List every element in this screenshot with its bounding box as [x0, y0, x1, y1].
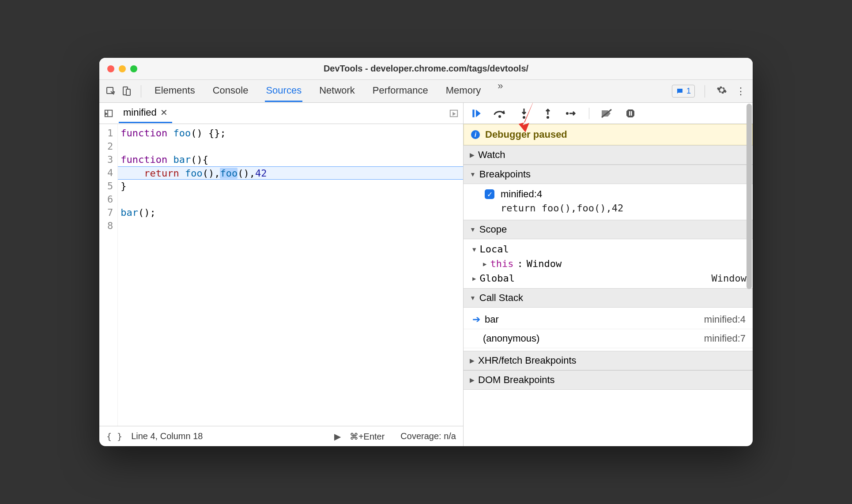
- deactivate-breakpoints-icon[interactable]: [600, 107, 613, 120]
- panel-tabs: Elements Console Sources Network Perform…: [154, 80, 503, 102]
- step-over-icon[interactable]: [494, 107, 507, 120]
- svg-point-7: [523, 116, 525, 119]
- tabs-overflow-icon[interactable]: »: [498, 80, 503, 102]
- scope-global-value: Window: [712, 273, 746, 284]
- zoom-window-button[interactable]: [130, 65, 137, 72]
- code-editor[interactable]: 12345678 function foo() {}; function bar…: [99, 124, 463, 426]
- watch-section-header[interactable]: ▶ Watch: [464, 145, 753, 165]
- line-gutter[interactable]: 12345678: [99, 124, 118, 426]
- chevron-right-icon: ▶: [483, 260, 486, 267]
- pause-on-exceptions-icon[interactable]: [624, 107, 637, 120]
- device-toolbar-icon[interactable]: [121, 85, 133, 98]
- frame-fn: (anonymous): [483, 333, 539, 344]
- svg-rect-5: [472, 109, 474, 117]
- frame-loc: minified:7: [704, 333, 746, 344]
- scope-global[interactable]: ▶ Global Window: [464, 271, 753, 286]
- toolbar-right: 1 ⋮: [672, 83, 747, 100]
- chevron-right-icon: ▶: [470, 376, 475, 384]
- pretty-print-icon[interactable]: { }: [106, 431, 122, 442]
- tab-sources[interactable]: Sources: [265, 80, 302, 102]
- current-frame-icon: ➔: [472, 314, 480, 325]
- scrollbar[interactable]: [746, 103, 752, 446]
- xhr-breakpoints-header[interactable]: ▶ XHR/fetch Breakpoints: [464, 351, 753, 370]
- messages-badge[interactable]: 1: [672, 85, 695, 98]
- debugger-pane: i Debugger paused ▶ Watch ▼ Breakpoints …: [464, 103, 753, 446]
- info-icon: i: [471, 130, 480, 139]
- run-snippet-icon[interactable]: ▶: [334, 431, 341, 442]
- scope-this-label: this: [490, 258, 513, 269]
- breakpoints-body: ✓ minified:4 return foo(),foo(),42: [464, 184, 753, 220]
- step-icon[interactable]: [565, 107, 578, 120]
- svg-rect-12: [631, 111, 632, 116]
- content-area: minified ✕ 12345678 function foo() {}; f…: [99, 103, 753, 446]
- cursor-position: Line 4, Column 18: [131, 431, 203, 441]
- step-out-icon[interactable]: [541, 107, 554, 120]
- resume-icon[interactable]: [470, 107, 483, 120]
- chevron-down-icon: ▼: [470, 226, 476, 233]
- xhr-label: XHR/fetch Breakpoints: [478, 355, 577, 366]
- scope-global-label: Global: [479, 273, 514, 284]
- breakpoints-label: Breakpoints: [479, 169, 531, 180]
- scope-local-label: Local: [479, 244, 509, 255]
- chevron-right-icon: ▶: [470, 151, 475, 158]
- checkbox-checked-icon[interactable]: ✓: [485, 189, 494, 199]
- more-icon[interactable]: ⋮: [734, 84, 747, 99]
- window-controls: [107, 65, 137, 72]
- dom-label: DOM Breakpoints: [478, 374, 555, 386]
- breakpoint-item[interactable]: ✓ minified:4: [485, 188, 746, 200]
- chevron-right-icon: ▶: [472, 275, 476, 282]
- editor-statusbar: { } Line 4, Column 18 ▶ ⌘+Enter Coverage…: [99, 426, 463, 446]
- scrollbar-thumb[interactable]: [746, 104, 752, 289]
- separator: [589, 108, 589, 119]
- tab-memory[interactable]: Memory: [445, 80, 482, 102]
- tab-console[interactable]: Console: [212, 80, 249, 102]
- dom-breakpoints-header[interactable]: ▶ DOM Breakpoints: [464, 370, 753, 390]
- scope-this-value: Window: [527, 258, 562, 269]
- file-tab-label: minified: [123, 107, 157, 118]
- breakpoint-code: return foo(),foo(),42: [485, 200, 746, 214]
- scope-body: ▼ Local ▶ this: Window ▶ Global Window: [464, 239, 753, 288]
- close-file-icon[interactable]: ✕: [160, 107, 168, 118]
- tab-elements[interactable]: Elements: [154, 80, 196, 102]
- settings-icon[interactable]: [715, 83, 729, 100]
- callstack-label: Call Stack: [479, 292, 523, 304]
- main-toolbar: Elements Console Sources Network Perform…: [99, 80, 753, 103]
- separator: [705, 85, 705, 98]
- scope-this-row[interactable]: ▶ this: Window: [464, 256, 753, 271]
- watch-label: Watch: [478, 149, 505, 161]
- scope-label: Scope: [479, 224, 507, 235]
- file-tabs-bar: minified ✕: [99, 103, 463, 124]
- snippets-run-icon[interactable]: [448, 108, 460, 119]
- callstack-body: ➔ bar minified:4 (anonymous) minified:7: [464, 308, 753, 351]
- svg-point-6: [498, 115, 501, 118]
- svg-rect-11: [629, 111, 630, 116]
- svg-point-8: [547, 116, 549, 119]
- select-element-icon[interactable]: [105, 85, 117, 98]
- file-tab-minified[interactable]: minified ✕: [119, 103, 172, 123]
- breakpoint-location: minified:4: [501, 188, 542, 200]
- callstack-frame[interactable]: ➔ bar minified:4: [464, 310, 753, 329]
- titlebar: DevTools - developer.chrome.com/tags/dev…: [99, 58, 753, 80]
- callstack-frame[interactable]: (anonymous) minified:7: [464, 329, 753, 348]
- chevron-down-icon: ▼: [470, 171, 476, 178]
- run-hint: ⌘+Enter: [350, 431, 385, 442]
- window-title: DevTools - developer.chrome.com/tags/dev…: [99, 64, 753, 74]
- tab-performance[interactable]: Performance: [372, 80, 429, 102]
- code-area[interactable]: function foo() {}; function bar(){ retur…: [118, 124, 463, 426]
- navigator-toggle-icon[interactable]: [103, 108, 114, 119]
- breakpoints-section-header[interactable]: ▼ Breakpoints: [464, 165, 753, 184]
- messages-count: 1: [686, 87, 691, 96]
- frame-loc: minified:4: [704, 314, 746, 325]
- callstack-section-header[interactable]: ▼ Call Stack: [464, 288, 753, 308]
- tab-network[interactable]: Network: [318, 80, 356, 102]
- close-window-button[interactable]: [107, 65, 114, 72]
- sources-editor-pane: minified ✕ 12345678 function foo() {}; f…: [99, 103, 464, 446]
- step-into-icon[interactable]: [517, 107, 531, 120]
- scope-local[interactable]: ▼ Local: [464, 242, 753, 256]
- scope-section-header[interactable]: ▼ Scope: [464, 220, 753, 239]
- minimize-window-button[interactable]: [119, 65, 126, 72]
- coverage-status: Coverage: n/a: [400, 431, 456, 441]
- svg-point-9: [566, 112, 569, 115]
- debugger-toolbar: [464, 103, 753, 124]
- debugger-paused-banner: i Debugger paused: [464, 124, 753, 145]
